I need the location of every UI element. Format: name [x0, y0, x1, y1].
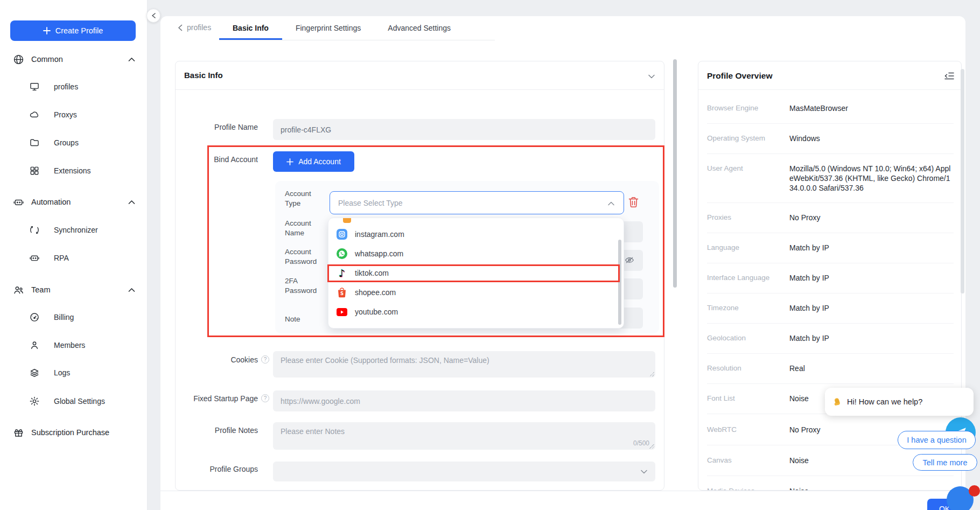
- list-item-partial-icon[interactable]: [343, 218, 351, 223]
- overview-value: Noise: [789, 486, 954, 491]
- layers-icon: [29, 367, 40, 378]
- sidebar-item-label: Billing: [54, 313, 74, 322]
- chevron-up-icon: [608, 201, 614, 206]
- chevron-down-icon[interactable]: [648, 74, 655, 79]
- dropdown-item-youtube[interactable]: youtube.com: [328, 302, 624, 322]
- fixed-startup-input[interactable]: [273, 390, 655, 411]
- breadcrumb[interactable]: profiles: [178, 23, 211, 32]
- footer-bar: OK: [160, 491, 965, 510]
- sidebar-item-rpa[interactable]: RPA: [0, 251, 148, 265]
- sidebar-section-label: Team: [31, 285, 50, 294]
- sidebar-item-billing[interactable]: Billing: [0, 310, 148, 324]
- resize-handle[interactable]: [649, 371, 654, 376]
- create-profile-button[interactable]: Create Profile: [10, 20, 136, 41]
- overview-scrollbar[interactable]: [961, 69, 964, 294]
- chat-more-button[interactable]: Tell me more: [913, 454, 977, 471]
- profile-groups-select[interactable]: [273, 462, 655, 481]
- sidebar-item-label: Extensions: [54, 166, 90, 175]
- sidebar-item-proxys[interactable]: Proxys: [0, 108, 148, 122]
- svg-text:S: S: [340, 291, 344, 296]
- profile-overview-header: Profile Overview: [698, 61, 961, 90]
- sidebar-item-global-settings[interactable]: Global Settings: [0, 394, 148, 408]
- plus-icon: [286, 158, 293, 165]
- sidebar-section-automation[interactable]: Automation: [0, 195, 148, 209]
- overview-label: Canvas: [707, 456, 789, 465]
- chevron-down-icon: [641, 470, 647, 474]
- tiktok-icon: ♪: [337, 268, 347, 278]
- sidebar-item-profiles[interactable]: profiles: [0, 80, 148, 94]
- cookies-textarea[interactable]: [273, 351, 655, 378]
- eye-off-icon[interactable]: [625, 256, 634, 264]
- tab-fingerprint-settings[interactable]: Fingerprint Settings: [282, 18, 374, 40]
- overview-value: Mozilla/5.0 (Windows NT 10.0; Win64; x64…: [789, 164, 954, 193]
- profile-overview-panel: Profile Overview Browser EngineMasMateBr…: [698, 61, 962, 491]
- dropdown-item-tiktok[interactable]: ♪ tiktok.com: [328, 263, 624, 283]
- sidebar-item-subscription[interactable]: Subscription Purchase: [0, 425, 148, 439]
- overview-value: Match by IP: [789, 333, 954, 343]
- sidebar-item-groups[interactable]: Groups: [0, 136, 148, 150]
- account-type-dropdown: instagram.com whatsapp.com ♪ tiktok.com …: [328, 218, 624, 329]
- divider: [707, 323, 954, 324]
- overview-label: Geolocation: [707, 333, 789, 343]
- person-icon: [29, 340, 40, 351]
- delete-account-icon[interactable]: [628, 197, 639, 208]
- main-scrollbar[interactable]: [673, 59, 677, 288]
- sidebar-section-common[interactable]: Common: [0, 52, 148, 66]
- overview-label: Language: [707, 243, 789, 253]
- basic-info-header[interactable]: Basic Info: [176, 61, 664, 90]
- sidebar-section-label: Automation: [31, 198, 71, 206]
- monitor-icon: [29, 81, 40, 92]
- folder-icon: [29, 137, 40, 148]
- tab-basic-info[interactable]: Basic Info: [219, 18, 282, 40]
- overview-label: Media Devices: [707, 486, 789, 491]
- dropdown-item-shopee[interactable]: S shopee.com: [328, 283, 624, 302]
- add-account-button[interactable]: Add Account: [273, 151, 354, 172]
- overview-row-browser-engine: Browser EngineMasMateBrowser: [707, 103, 954, 113]
- resize-handle[interactable]: [649, 443, 654, 449]
- profile-name-input[interactable]: [273, 119, 655, 140]
- sidebar-item-extensions[interactable]: Extensions: [0, 164, 148, 178]
- overview-value: No Proxy: [789, 213, 954, 222]
- gift-icon: [13, 427, 24, 438]
- profile-notes-textarea[interactable]: [273, 422, 655, 450]
- profile-overview-title: Profile Overview: [707, 71, 772, 81]
- profile-notes-label: Profile Notes: [176, 426, 258, 435]
- overview-label: Timezone: [707, 303, 789, 313]
- dropdown-item-whatsapp[interactable]: whatsapp.com: [328, 244, 624, 263]
- plus-icon: [43, 27, 51, 34]
- grid-icon: [29, 165, 40, 176]
- account-password-label: Account Password: [285, 247, 323, 267]
- bind-account-label: Bind Account: [176, 155, 258, 164]
- note-label: Note: [285, 315, 300, 324]
- sidebar-item-members[interactable]: Members: [0, 338, 148, 352]
- cookies-help-icon[interactable]: ?: [261, 355, 269, 364]
- tab-advanced-settings[interactable]: Advanced Settings: [374, 18, 464, 40]
- fixed-startup-help-icon[interactable]: ?: [261, 394, 269, 402]
- account-type-select[interactable]: Please Select Type: [330, 191, 624, 214]
- sidebar-item-logs[interactable]: Logs: [0, 366, 148, 380]
- dropdown-item-instagram[interactable]: instagram.com: [328, 225, 624, 244]
- overview-label: Operating System: [707, 134, 789, 143]
- youtube-icon: [337, 306, 347, 317]
- team-icon: [13, 284, 24, 296]
- sidebar-item-synchronizer[interactable]: Synchronizer: [0, 223, 148, 237]
- overview-value: MasMateBrowser: [789, 103, 954, 113]
- globe-icon: [13, 54, 24, 65]
- breadcrumb-label: profiles: [187, 23, 211, 32]
- basic-info-card: Basic Info Profile Name Bind Account Add…: [175, 61, 664, 491]
- fixed-startup-label: Fixed Startup Page: [176, 394, 258, 403]
- sidebar-item-label: Synchronizer: [54, 226, 98, 234]
- overview-row-geolocation: GeolocationMatch by IP: [707, 333, 954, 343]
- sidebar-item-label: Subscription Purchase: [31, 428, 109, 437]
- dropdown-scrollbar[interactable]: [618, 240, 621, 325]
- sidebar-section-team[interactable]: Team: [0, 283, 148, 297]
- chat-question-button[interactable]: I have a question: [898, 431, 976, 449]
- overview-value: Windows: [789, 134, 954, 143]
- chat-greeting-bubble[interactable]: Hi! How can we help?: [825, 388, 974, 416]
- overview-label: Resolution: [707, 364, 789, 373]
- collapse-overview-icon[interactable]: [944, 72, 954, 80]
- overview-label: Font List: [707, 394, 789, 403]
- overview-row-timezone: TimezoneMatch by IP: [707, 303, 954, 313]
- sidebar-collapse-button[interactable]: [146, 9, 160, 23]
- overview-row-interface-language: Interface LanguageMatch by IP: [707, 273, 954, 283]
